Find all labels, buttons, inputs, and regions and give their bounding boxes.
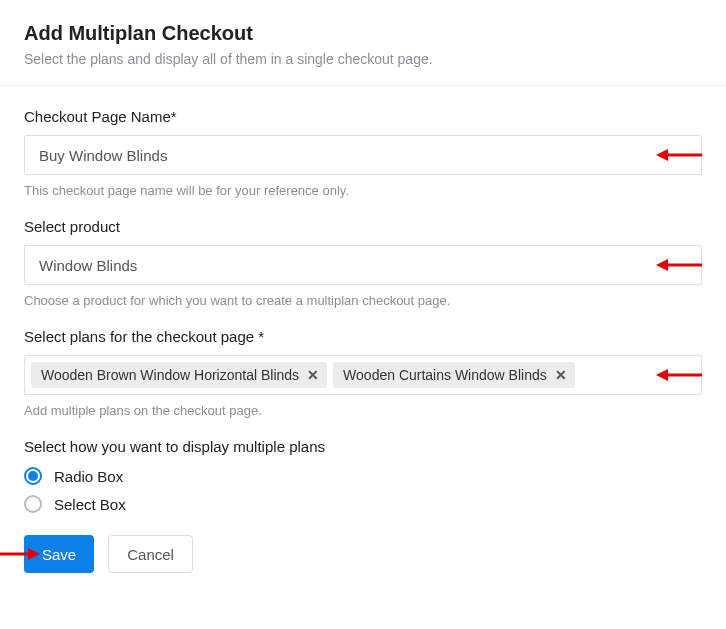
page-subtitle: Select the plans and display all of them…: [24, 51, 702, 67]
divider: [0, 85, 726, 86]
name-helper: This checkout page name will be for your…: [24, 183, 702, 198]
product-select[interactable]: Window Blinds: [24, 245, 702, 285]
close-icon[interactable]: ✕: [555, 368, 567, 382]
plans-label: Select plans for the checkout page *: [24, 328, 702, 345]
svg-marker-3: [656, 259, 668, 271]
field-group-product: Select product Window Blinds Choose a pr…: [24, 218, 702, 308]
svg-marker-5: [656, 369, 668, 381]
plan-tag: Wooden Brown Window Horizontal Blinds ✕: [31, 362, 327, 388]
product-selected-value: Window Blinds: [39, 257, 137, 274]
name-label: Checkout Page Name*: [24, 108, 702, 125]
arrow-icon: [656, 258, 702, 272]
arrow-icon: [0, 547, 40, 561]
field-group-name: Checkout Page Name* This checkout page n…: [24, 108, 702, 198]
plan-tag: Wooden Curtains Window Blinds ✕: [333, 362, 575, 388]
radio-option-radio-box[interactable]: Radio Box: [24, 467, 702, 485]
plans-helper: Add multiple plans on the checkout page.: [24, 403, 702, 418]
svg-marker-1: [656, 149, 668, 161]
field-group-display: Select how you want to display multiple …: [24, 438, 702, 513]
svg-marker-7: [28, 548, 40, 560]
radio-label: Select Box: [54, 496, 126, 513]
arrow-icon: [656, 148, 702, 162]
radio-icon: [24, 467, 42, 485]
radio-option-select-box[interactable]: Select Box: [24, 495, 702, 513]
plan-tag-label: Wooden Brown Window Horizontal Blinds: [41, 367, 299, 383]
name-input[interactable]: [24, 135, 702, 175]
display-radio-group: Radio Box Select Box: [24, 467, 702, 513]
cancel-button[interactable]: Cancel: [108, 535, 193, 573]
radio-label: Radio Box: [54, 468, 123, 485]
page-title: Add Multiplan Checkout: [24, 22, 702, 45]
display-label: Select how you want to display multiple …: [24, 438, 702, 455]
arrow-icon: [656, 368, 702, 382]
radio-icon: [24, 495, 42, 513]
product-label: Select product: [24, 218, 702, 235]
product-helper: Choose a product for which you want to c…: [24, 293, 702, 308]
field-group-plans: Select plans for the checkout page * Woo…: [24, 328, 702, 418]
close-icon[interactable]: ✕: [307, 368, 319, 382]
plans-multiselect[interactable]: Wooden Brown Window Horizontal Blinds ✕ …: [24, 355, 702, 395]
plan-tag-label: Wooden Curtains Window Blinds: [343, 367, 547, 383]
actions-row: Save Cancel: [24, 535, 702, 573]
